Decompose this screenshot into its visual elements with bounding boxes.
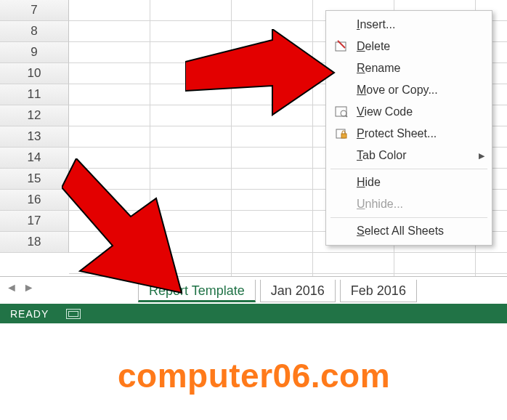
menu-view-code[interactable]: View Code [326,101,492,123]
tab-scroll-nav: ◄ ► [6,281,35,294]
svg-point-3 [341,110,346,116]
menu-hide[interactable]: Hide [326,171,492,193]
watermark-text: computer06.com [118,356,390,395]
menu-label: Protect Sheet... [357,127,437,140]
menu-separator [330,169,487,169]
svg-line-4 [346,116,347,117]
sheet-tab[interactable]: Jan 2016 [260,280,336,302]
row-header[interactable]: 10 [0,63,69,84]
tab-scroll-left-icon[interactable]: ◄ [6,281,17,294]
menu-label: Rename [357,62,400,75]
menu-tab-color[interactable]: Tab Color ▶ [326,145,492,166]
menu-rename[interactable]: Rename [326,57,492,79]
delete-icon [335,40,348,53]
row-header[interactable]: 16 [0,190,69,211]
macro-record-icon[interactable] [66,309,81,319]
menu-label: Hide [357,176,381,189]
submenu-arrow-icon: ▶ [479,151,484,161]
menu-insert[interactable]: Insert... [326,14,492,36]
tab-scroll-right-icon[interactable]: ► [23,281,35,294]
menu-label: Unhide... [357,198,403,211]
row-header[interactable]: 14 [0,148,69,169]
row-header[interactable]: 9 [0,42,69,63]
menu-protect-sheet[interactable]: Protect Sheet... [326,123,492,145]
svg-rect-6 [341,134,346,138]
menu-unhide: Unhide... [326,193,492,215]
protect-icon [335,127,348,140]
menu-move-or-copy[interactable]: Move or Copy... [326,79,492,101]
row-header[interactable]: 18 [0,232,69,253]
row-header[interactable]: 7 [0,0,69,21]
view-code-icon [335,105,348,118]
sheet-tab-active[interactable]: Report Template [138,280,256,302]
sheet-context-menu: Insert... Delete Rename Move or Copy... … [325,10,492,246]
row-header-column: 7 8 9 10 11 12 13 14 15 16 17 18 [0,0,69,253]
menu-separator [330,217,487,218]
row-header[interactable]: 15 [0,169,69,190]
menu-label: View Code [357,105,413,118]
menu-label: Move or Copy... [357,84,438,97]
menu-label: Insert... [357,18,395,31]
excel-window: 7 8 9 10 11 12 13 14 15 16 17 18 [0,0,507,323]
sheet-tab[interactable]: Feb 2016 [340,280,417,302]
row-header[interactable]: 11 [0,84,69,105]
row-header[interactable]: 17 [0,211,69,232]
menu-label: Tab Color [357,149,406,162]
row-header[interactable]: 12 [0,105,69,126]
row-header[interactable]: 13 [0,126,69,148]
status-bar: READY [0,304,507,323]
sheet-tab-strip: ◄ ► Report Template Jan 2016 Feb 2016 [0,276,507,305]
sheet-tabs: Report Template Jan 2016 Feb 2016 [138,280,417,302]
menu-select-all-sheets[interactable]: Select All Sheets [326,220,492,242]
row-header[interactable]: 8 [0,21,69,42]
status-text: READY [10,308,49,320]
menu-label: Select All Sheets [357,225,444,238]
menu-delete[interactable]: Delete [326,36,492,57]
menu-label: Delete [357,40,390,53]
